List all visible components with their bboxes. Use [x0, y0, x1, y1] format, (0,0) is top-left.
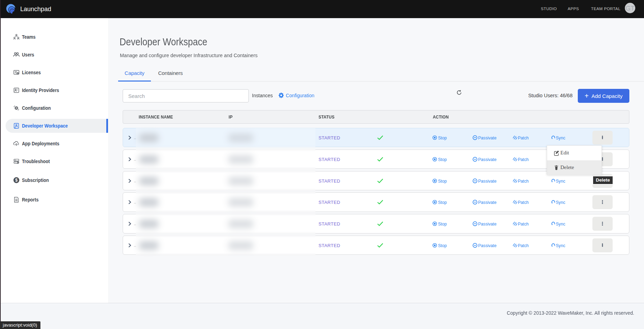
svg-text:$: $: [15, 178, 18, 183]
